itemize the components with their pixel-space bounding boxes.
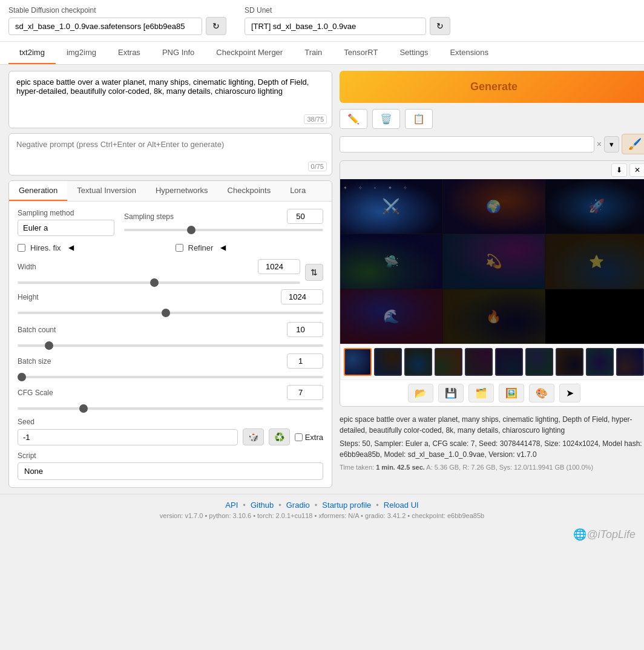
thumbnail-5[interactable] [465,348,493,376]
sub-tab-lora[interactable]: Lora [280,181,315,201]
sub-tab-checkpoints[interactable]: Checkpoints [218,181,281,201]
refiner-collapse-button[interactable]: ◀ [218,242,228,253]
width-group: Width [18,259,300,286]
save-copy-button[interactable]: 🗂️ [468,384,494,402]
thumbnails-row [340,344,644,379]
seed-recycle-button[interactable]: ♻️ [269,428,290,445]
positive-prompt-input[interactable] [9,71,332,126]
thumbnail-8[interactable] [556,348,583,376]
sampling-steps-label: Sampling steps [124,212,191,221]
clipboard-button[interactable]: 📋 [405,109,433,129]
tab-img2img[interactable]: img2img [56,42,107,64]
hires-fix-collapse-button[interactable]: ◀ [66,242,76,253]
grid-cell-1[interactable]: ⚔️ · · · · [340,179,442,234]
style-search-input[interactable] [340,136,594,153]
thumbnail-9[interactable] [586,348,614,376]
style-dropdown-button[interactable]: ▾ [604,136,619,153]
tab-png-info[interactable]: PNG Info [151,42,205,64]
batch-size-label: Batch size [18,357,84,366]
swap-dimensions-button[interactable]: ⇅ [305,264,323,281]
footer-links: API • Github • Gradio • Startup profile … [8,501,636,510]
footer-api-link[interactable]: API [225,501,238,510]
refiner-label: Refiner [188,243,214,252]
footer-startup-profile-link[interactable]: Startup profile [322,501,371,510]
generate-button[interactable]: Generate [340,71,644,103]
grid-cell-3[interactable]: 🚀 [545,179,644,234]
checkpoint-refresh-button[interactable]: ↻ [206,17,226,35]
grid-cell-8[interactable]: 🔥 [443,289,545,344]
thumbnail-7[interactable] [525,348,553,376]
thumbnail-10[interactable] [616,348,644,376]
refiner-row: Refiner ◀ [176,242,324,253]
width-input[interactable] [258,259,300,274]
sampling-steps-slider[interactable] [124,229,323,231]
cfg-scale-slider[interactable] [18,407,323,410]
footer-reload-ui-link[interactable]: Reload UI [384,501,419,510]
unet-refresh-button[interactable]: ↻ [430,17,450,35]
trash-button[interactable]: 🗑️ [372,109,400,129]
batch-size-input[interactable] [287,353,323,369]
thumbnail-2[interactable] [374,348,402,376]
batch-count-input[interactable] [287,322,323,337]
pencil-button[interactable]: ✏️ [340,109,367,129]
download-button[interactable]: ⬇ [611,163,627,177]
sub-tab-generation[interactable]: Generation [9,181,67,201]
open-folder-button[interactable]: 📂 [408,384,433,402]
batch-size-slider[interactable] [18,376,323,378]
cfg-scale-input[interactable] [287,385,323,400]
refiner-checkbox[interactable] [176,244,183,252]
tab-settings[interactable]: Settings [389,42,439,64]
script-select[interactable]: None [18,462,323,480]
tab-extras[interactable]: Extras [107,42,151,64]
style-apply-button[interactable]: 🖌️ [622,134,644,154]
unet-section: SD Unet [TRT] sd_xl_base_1.0_0.9vae ↻ [245,6,450,35]
positive-token-count: 38/75 [304,114,327,124]
thumbnail-3[interactable] [404,348,432,376]
footer-github-link[interactable]: Github [251,501,274,510]
sub-tab-hypernetworks[interactable]: Hypernetworks [146,181,218,201]
grid-cell-7[interactable]: 🌊 [340,289,442,344]
main-content: 38/75 0/75 Generation Textual Inversion … [0,65,644,494]
seed-random-button[interactable]: 🎲 [243,428,264,445]
sampling-steps-input[interactable] [287,209,323,224]
checkpoint-select[interactable]: sd_xl_base_1.0_0.9vae.safetensors [e6bb9… [8,18,202,35]
extra-checkbox[interactable] [295,433,303,441]
tab-extensions[interactable]: Extensions [439,42,499,64]
tab-checkpoint-merger[interactable]: Checkpoint Merger [205,42,294,64]
send-extras-button[interactable]: 🎨 [529,384,554,402]
batch-count-slider[interactable] [18,344,323,347]
tab-train[interactable]: Train [294,42,333,64]
sub-tab-textual-inversion[interactable]: Textual Inversion [67,181,146,201]
script-group: Script None [18,451,323,480]
close-image-button[interactable]: ✕ [629,163,644,177]
height-group: Height [18,289,323,316]
tab-txt2img[interactable]: txt2img [8,42,56,64]
seed-label: Seed [18,418,323,426]
seed-row: 🎲 ♻️ Extra [18,428,323,445]
thumbnail-4[interactable] [435,348,462,376]
grid-cell-4[interactable]: 🛸 [340,234,442,289]
watermark-bar: 🌐 @iTopLife [0,525,644,543]
save-button[interactable]: 💾 [438,384,464,402]
thumbnail-1[interactable] [344,348,372,376]
style-clear-button[interactable]: × [597,139,602,149]
hires-fix-checkbox[interactable] [18,244,25,252]
width-slider[interactable] [18,281,300,284]
sampling-method-select[interactable]: Euler a [18,220,114,236]
generation-prompt-text: epic space battle over a water planet, m… [340,414,644,436]
generation-params-text: Steps: 50, Sampler: Euler a, CFG scale: … [340,438,644,460]
tab-tensorrt[interactable]: TensorRT [333,42,389,64]
unet-select[interactable]: [TRT] sd_xl_base_1.0_0.9vae [245,18,426,35]
width-label: Width [18,263,54,271]
grid-cell-5[interactable]: 💫 [443,234,545,289]
seed-input[interactable] [18,429,238,445]
height-slider[interactable] [18,312,323,314]
grid-cell-2[interactable]: 🌍 [443,179,545,234]
thumbnail-6[interactable] [495,348,523,376]
footer-gradio-link[interactable]: Gradio [286,501,310,510]
send-img2img-button[interactable]: 🖼️ [499,384,524,402]
send-right-button[interactable]: ➤ [559,384,580,402]
height-input[interactable] [281,289,323,304]
grid-cell-6[interactable]: ⭐ [545,234,644,289]
negative-prompt-input[interactable] [9,134,332,173]
